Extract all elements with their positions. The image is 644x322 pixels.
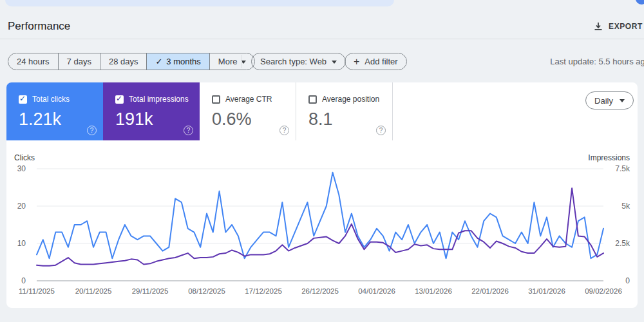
tile-label: Average position	[322, 95, 379, 104]
range-label: 28 days	[109, 57, 138, 66]
svg-text:31/01/2026: 31/01/2026	[528, 287, 565, 295]
metric-tiles: ✓ Total clicks 1.21k ? ✓ Total impressio…	[6, 82, 638, 140]
date-range-segmented-control: 24 hours 7 days 28 days ✓ 3 months More	[8, 53, 255, 70]
help-icon[interactable]: ?	[279, 126, 289, 135]
check-icon: ✓	[116, 94, 122, 103]
export-button[interactable]: EXPORT	[594, 22, 643, 31]
help-icon[interactable]: ?	[184, 126, 193, 135]
granularity-dropdown[interactable]: Daily	[585, 91, 634, 109]
x-axis-date-labels: 11/11/202520/11/202529/11/202508/12/2025…	[19, 287, 622, 295]
svg-text:20/11/2025: 20/11/2025	[75, 287, 112, 295]
svg-text:22/01/2026: 22/01/2026	[471, 287, 509, 295]
svg-text:10: 10	[17, 239, 26, 248]
check-icon: ✓	[155, 57, 162, 66]
last-update-text: Last update: 5.5 hours ago	[550, 57, 644, 66]
range-7-days[interactable]: 7 days	[58, 53, 100, 70]
tile-label: Total clicks	[32, 95, 70, 104]
search-bar-fragment	[5, 0, 394, 6]
left-axis-title: Clicks	[14, 153, 35, 162]
svg-text:17/12/2025: 17/12/2025	[245, 287, 282, 295]
left-axis-ticks: 3020100	[17, 164, 26, 285]
granularity-label: Daily	[594, 96, 613, 106]
svg-text:09/02/2026: 09/02/2026	[585, 287, 622, 295]
svg-text:26/12/2025: 26/12/2025	[301, 287, 339, 295]
range-label: 3 months	[166, 57, 200, 66]
svg-text:0: 0	[625, 276, 630, 285]
more-label: More	[218, 57, 238, 66]
svg-text:11/11/2025: 11/11/2025	[19, 287, 55, 295]
search-type-dropdown[interactable]: Search type: Web	[251, 53, 346, 70]
performance-chart[interactable]: Clicks Impressions 3020100 7.5k5k2.5k0 1…	[6, 152, 638, 308]
svg-text:2.5k: 2.5k	[615, 239, 630, 248]
svg-text:0: 0	[21, 276, 26, 285]
average-position-tile[interactable]: Average position 8.1 ?	[296, 82, 393, 140]
svg-text:13/01/2026: 13/01/2026	[415, 287, 452, 295]
right-axis-title: Impressions	[588, 153, 630, 162]
right-axis-ticks: 7.5k5k2.5k0	[615, 164, 630, 285]
range-24-hours[interactable]: 24 hours	[8, 53, 58, 70]
chart-gridlines	[37, 169, 603, 281]
help-icon[interactable]: ?	[87, 126, 97, 135]
svg-text:08/12/2025: 08/12/2025	[188, 287, 225, 295]
avatar-fragment	[636, 0, 644, 5]
svg-text:7.5k: 7.5k	[615, 164, 630, 173]
tile-label: Total impressions	[129, 95, 189, 104]
range-3-months[interactable]: ✓ 3 months	[146, 53, 209, 70]
download-icon	[594, 22, 603, 31]
average-ctr-checkbox[interactable]	[212, 95, 220, 104]
search-type-label: Search type: Web	[260, 57, 327, 66]
clicks-line-series	[37, 173, 603, 258]
svg-text:5k: 5k	[621, 202, 630, 211]
range-28-days[interactable]: 28 days	[100, 53, 147, 70]
plus-icon: +	[354, 57, 359, 67]
range-label: 24 hours	[17, 57, 50, 66]
add-filter-button[interactable]: + Add filter	[345, 53, 407, 70]
check-icon: ✓	[19, 94, 26, 103]
svg-text:30: 30	[17, 164, 26, 173]
performance-card: ✓ Total clicks 1.21k ? ✓ Total impressio…	[6, 82, 638, 308]
svg-text:29/11/2025: 29/11/2025	[132, 287, 169, 295]
range-label: 7 days	[67, 57, 91, 66]
total-impressions-tile[interactable]: ✓ Total impressions 191k ?	[103, 82, 200, 140]
help-icon[interactable]: ?	[376, 126, 386, 135]
svg-text:04/01/2026: 04/01/2026	[358, 287, 395, 295]
total-clicks-checkbox[interactable]: ✓	[19, 95, 27, 104]
impressions-line-series	[37, 188, 603, 266]
total-clicks-tile[interactable]: ✓ Total clicks 1.21k ?	[6, 82, 103, 140]
chevron-down-icon	[620, 99, 625, 102]
add-filter-label: Add filter	[365, 57, 397, 66]
chevron-down-icon	[332, 61, 337, 64]
svg-text:20: 20	[17, 202, 26, 211]
header-divider	[0, 39, 644, 39]
page-title: Performance	[8, 20, 70, 33]
vertical-separator	[242, 55, 242, 68]
range-more-dropdown[interactable]: More	[209, 53, 255, 70]
total-impressions-checkbox[interactable]: ✓	[115, 95, 124, 104]
average-ctr-tile[interactable]: Average CTR 0.6% ?	[200, 82, 296, 140]
average-position-checkbox[interactable]	[308, 95, 317, 104]
tile-label: Average CTR	[225, 95, 272, 104]
export-label: EXPORT	[609, 22, 643, 31]
